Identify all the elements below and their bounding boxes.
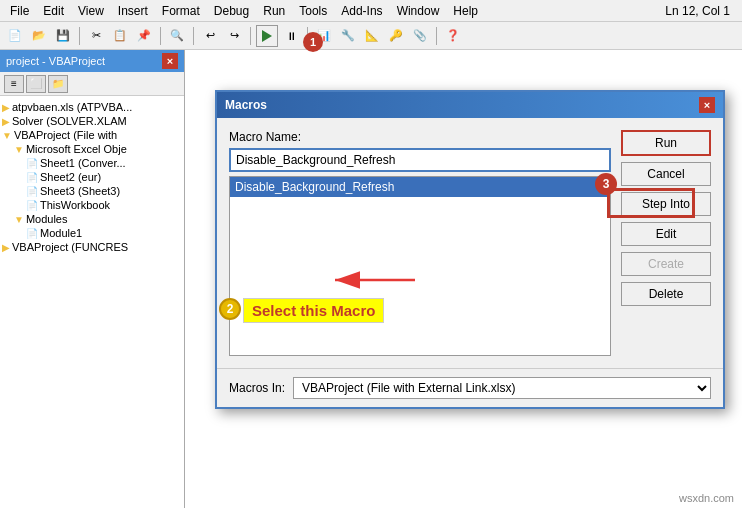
redo-btn[interactable]: ↪ <box>223 25 245 47</box>
edit-button[interactable]: Edit <box>621 222 711 246</box>
tree-atpvbaen[interactable]: ▶ atpvbaen.xls (ATPVBA... <box>2 100 182 114</box>
menu-tools[interactable]: Tools <box>293 2 333 20</box>
tree-label: VBAProject (File with <box>14 129 117 141</box>
new-btn[interactable]: 📄 <box>4 25 26 47</box>
menu-debug[interactable]: Debug <box>208 2 255 20</box>
dialog-left: Macro Name: Disable_Background_Refresh <box>229 130 611 356</box>
tb-btn-9[interactable]: 🔑 <box>385 25 407 47</box>
sep3 <box>193 27 194 45</box>
view-code-btn[interactable]: ≡ <box>4 75 24 93</box>
line-column-indicator: Ln 12, Col 1 <box>665 4 738 18</box>
badge-1: 1 <box>303 32 323 52</box>
sep6 <box>436 27 437 45</box>
menu-run[interactable]: Run <box>257 2 291 20</box>
run-button[interactable]: Run <box>621 130 711 156</box>
view-object-btn[interactable]: ⬜ <box>26 75 46 93</box>
tree-label: ThisWorkbook <box>40 199 110 211</box>
tree-modules[interactable]: ▼ Modules <box>14 212 182 226</box>
dialog-overlay: Macros × Macro Name: Disable_Background_… <box>185 50 742 508</box>
folder-icon: ▶ <box>2 116 10 127</box>
menu-insert[interactable]: Insert <box>112 2 154 20</box>
menu-help[interactable]: Help <box>447 2 484 20</box>
tree-label: Module1 <box>40 227 82 239</box>
sep4 <box>250 27 251 45</box>
tree-label: atpvbaen.xls (ATPVBA... <box>12 101 132 113</box>
tb-btn-10[interactable]: 📎 <box>409 25 431 47</box>
macro-list-item[interactable]: Disable_Background_Refresh <box>230 177 610 197</box>
step-into-button[interactable]: Step Into <box>621 192 711 216</box>
tree-label: VBAProject (FUNCRES <box>12 241 128 253</box>
menu-file[interactable]: File <box>4 2 35 20</box>
undo-btn[interactable]: ↩ <box>199 25 221 47</box>
folder-icon: ▶ <box>2 102 10 113</box>
sep2 <box>160 27 161 45</box>
cancel-button[interactable]: Cancel <box>621 162 711 186</box>
tree-sheet1[interactable]: 📄 Sheet1 (Conver... <box>26 156 182 170</box>
sheet-icon: 📄 <box>26 172 38 183</box>
toggle-folders-btn[interactable]: 📁 <box>48 75 68 93</box>
folder-icon: ▼ <box>2 130 12 141</box>
project-panel-title: project - VBAProject <box>6 55 105 67</box>
sheet-icon: 📄 <box>26 186 38 197</box>
badge-3: 3 <box>595 173 617 195</box>
find-btn[interactable]: 🔍 <box>166 25 188 47</box>
menu-format[interactable]: Format <box>156 2 206 20</box>
tree-label: Modules <box>26 213 68 225</box>
workbook-icon: 📄 <box>26 200 38 211</box>
toolbar: 📄 📂 💾 ✂ 📋 📌 🔍 ↩ ↪ ⏸ 📊 🔧 📐 🔑 📎 ❓ <box>0 22 742 50</box>
tree-thisworkbook[interactable]: 📄 ThisWorkbook <box>26 198 182 212</box>
macro-name-input[interactable] <box>229 148 611 172</box>
paste-btn[interactable]: 📌 <box>133 25 155 47</box>
dialog-close-btn[interactable]: × <box>699 97 715 113</box>
tree-label: Sheet2 (eur) <box>40 171 101 183</box>
macros-in-select[interactable]: VBAProject (File with External Link.xlsx… <box>293 377 711 399</box>
dialog-buttons: Run Cancel Step Into Edit Create Delete <box>621 130 711 356</box>
open-btn[interactable]: 📂 <box>28 25 50 47</box>
dialog-title: Macros <box>225 98 267 112</box>
delete-button[interactable]: Delete <box>621 282 711 306</box>
project-panel-close[interactable]: × <box>162 53 178 69</box>
macro-list[interactable]: Disable_Background_Refresh <box>229 176 611 356</box>
editor-area: Macros × Macro Name: Disable_Background_… <box>185 50 742 508</box>
folder-icon: ▼ <box>14 144 24 155</box>
tree-module1[interactable]: 📄 Module1 <box>26 226 182 240</box>
create-button[interactable]: Create <box>621 252 711 276</box>
sheet-icon: 📄 <box>26 158 38 169</box>
macros-dialog: Macros × Macro Name: Disable_Background_… <box>215 90 725 409</box>
project-panel: project - VBAProject × ≡ ⬜ 📁 ▶ atpvbaen.… <box>0 50 185 508</box>
menu-window[interactable]: Window <box>391 2 446 20</box>
macro-name-label: Macro Name: <box>229 130 611 144</box>
help-btn[interactable]: ❓ <box>442 25 464 47</box>
module-icon: 📄 <box>26 228 38 239</box>
vba-editor: File Edit View Insert Format Debug Run T… <box>0 0 742 508</box>
tree-excel-objects[interactable]: ▼ Microsoft Excel Obje <box>14 142 182 156</box>
save-btn[interactable]: 💾 <box>52 25 74 47</box>
tree-label: Solver (SOLVER.XLAM <box>12 115 127 127</box>
tree-sheet2[interactable]: 📄 Sheet2 (eur) <box>26 170 182 184</box>
project-panel-header: project - VBAProject × <box>0 50 184 72</box>
copy-btn[interactable]: 📋 <box>109 25 131 47</box>
project-panel-toolbar: ≡ ⬜ 📁 <box>0 72 184 96</box>
dialog-body: Macro Name: Disable_Background_Refresh R… <box>217 118 723 368</box>
tree-sheet3[interactable]: 📄 Sheet3 (Sheet3) <box>26 184 182 198</box>
run-macro-btn[interactable] <box>256 25 278 47</box>
tree-label: Sheet3 (Sheet3) <box>40 185 120 197</box>
tb-btn-8[interactable]: 📐 <box>361 25 383 47</box>
tree-vbaproject[interactable]: ▼ VBAProject (File with <box>2 128 182 142</box>
menu-edit[interactable]: Edit <box>37 2 70 20</box>
macros-in-label: Macros In: <box>229 381 285 395</box>
tree-label: Sheet1 (Conver... <box>40 157 126 169</box>
folder-icon: ▶ <box>2 242 10 253</box>
menu-view[interactable]: View <box>72 2 110 20</box>
project-tree: ▶ atpvbaen.xls (ATPVBA... ▶ Solver (SOLV… <box>0 96 184 508</box>
dialog-titlebar: Macros × <box>217 92 723 118</box>
tree-funcres[interactable]: ▶ VBAProject (FUNCRES <box>2 240 182 254</box>
break-btn[interactable]: ⏸ <box>280 25 302 47</box>
tree-solver[interactable]: ▶ Solver (SOLVER.XLAM <box>2 114 182 128</box>
cut-btn[interactable]: ✂ <box>85 25 107 47</box>
tb-btn-7[interactable]: 🔧 <box>337 25 359 47</box>
menu-bar: File Edit View Insert Format Debug Run T… <box>0 0 742 22</box>
menu-addins[interactable]: Add-Ins <box>335 2 388 20</box>
main-area: project - VBAProject × ≡ ⬜ 📁 ▶ atpvbaen.… <box>0 50 742 508</box>
sep1 <box>79 27 80 45</box>
